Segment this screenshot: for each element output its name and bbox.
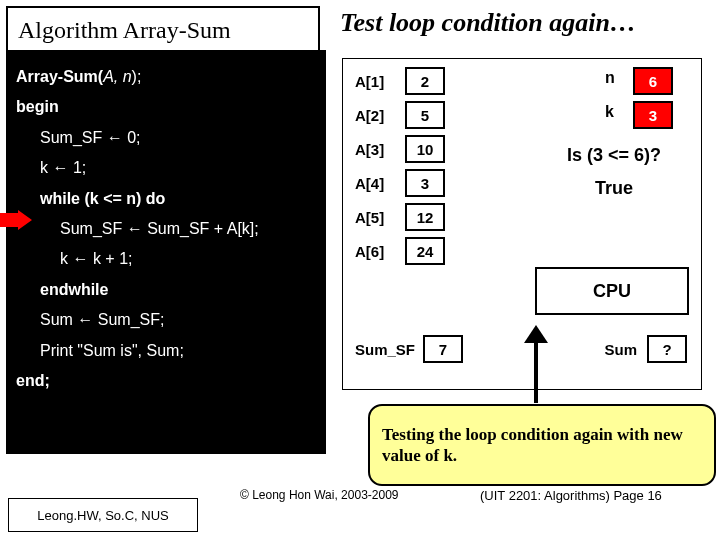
code-line: begin bbox=[16, 92, 316, 122]
author-box: Leong.HW, So.C, NUS bbox=[8, 498, 198, 532]
array-label: A[2] bbox=[355, 107, 405, 124]
code-line: end; bbox=[16, 366, 316, 396]
array-value: 2 bbox=[405, 67, 445, 95]
code-line-while: while (k <= n) do bbox=[16, 184, 316, 214]
svg-marker-2 bbox=[524, 325, 548, 343]
array-label: A[6] bbox=[355, 243, 405, 260]
sumsf-value: 7 bbox=[423, 335, 463, 363]
sumsf-label: Sum_SF bbox=[355, 341, 415, 358]
array-value: 10 bbox=[405, 135, 445, 163]
code-line: k ← 1; bbox=[16, 153, 316, 183]
array-label: A[4] bbox=[355, 175, 405, 192]
array-row: A[3] 10 bbox=[355, 135, 445, 163]
condition-question: Is (3 <= 6)? bbox=[539, 145, 689, 166]
array-row: A[4] 3 bbox=[355, 169, 445, 197]
note-callout: Testing the loop condition again with ne… bbox=[368, 404, 716, 486]
algorithm-title: Algorithm Array-Sum bbox=[18, 17, 231, 44]
up-arrow-icon bbox=[516, 325, 556, 403]
array-row: A[5] 12 bbox=[355, 203, 445, 231]
sum-label: Sum bbox=[604, 341, 637, 358]
code-line: Sum_SF ← 0; bbox=[16, 123, 316, 153]
pointer-arrow-icon bbox=[0, 210, 32, 230]
array-value: 24 bbox=[405, 237, 445, 265]
slide-root: Algorithm Array-Sum Test loop condition … bbox=[0, 0, 720, 540]
code-line: Sum_SF ← Sum_SF + A[k]; bbox=[16, 214, 316, 244]
n-label: n bbox=[605, 69, 615, 87]
page-ref: (UIT 2201: Algorithms) Page 16 bbox=[480, 488, 662, 503]
k-value: 3 bbox=[633, 101, 673, 129]
array-label: A[1] bbox=[355, 73, 405, 90]
code-line: Array-Sum(A, n); bbox=[16, 62, 316, 92]
array-row: A[2] 5 bbox=[355, 101, 445, 129]
headline: Test loop condition again… bbox=[340, 8, 636, 38]
sumsf-row: Sum_SF 7 bbox=[355, 335, 463, 363]
sum-row: Sum ? bbox=[604, 335, 687, 363]
code-line: Sum ← Sum_SF; bbox=[16, 305, 316, 335]
array-row: A[1] 2 bbox=[355, 67, 445, 95]
copyright: © Leong Hon Wai, 2003-2009 bbox=[240, 488, 399, 502]
pseudocode-box: Array-Sum(A, n); begin Sum_SF ← 0; k ← 1… bbox=[6, 50, 326, 454]
n-value: 6 bbox=[633, 67, 673, 95]
array-label: A[3] bbox=[355, 141, 405, 158]
array-row: A[6] 24 bbox=[355, 237, 445, 265]
note-text: Testing the loop condition again with ne… bbox=[382, 424, 702, 467]
k-label: k bbox=[605, 103, 614, 121]
code-line: endwhile bbox=[16, 275, 316, 305]
code-line: Print "Sum is", Sum; bbox=[16, 336, 316, 366]
condition-box: Is (3 <= 6)? True bbox=[539, 145, 689, 199]
array-value: 5 bbox=[405, 101, 445, 129]
cpu-box: CPU bbox=[535, 267, 689, 315]
algorithm-title-box: Algorithm Array-Sum bbox=[6, 6, 320, 54]
array-value: 12 bbox=[405, 203, 445, 231]
svg-marker-0 bbox=[0, 210, 32, 230]
array-label: A[5] bbox=[355, 209, 405, 226]
code-line: k ← k + 1; bbox=[16, 244, 316, 274]
sum-value: ? bbox=[647, 335, 687, 363]
condition-answer: True bbox=[539, 178, 689, 199]
array-value: 3 bbox=[405, 169, 445, 197]
